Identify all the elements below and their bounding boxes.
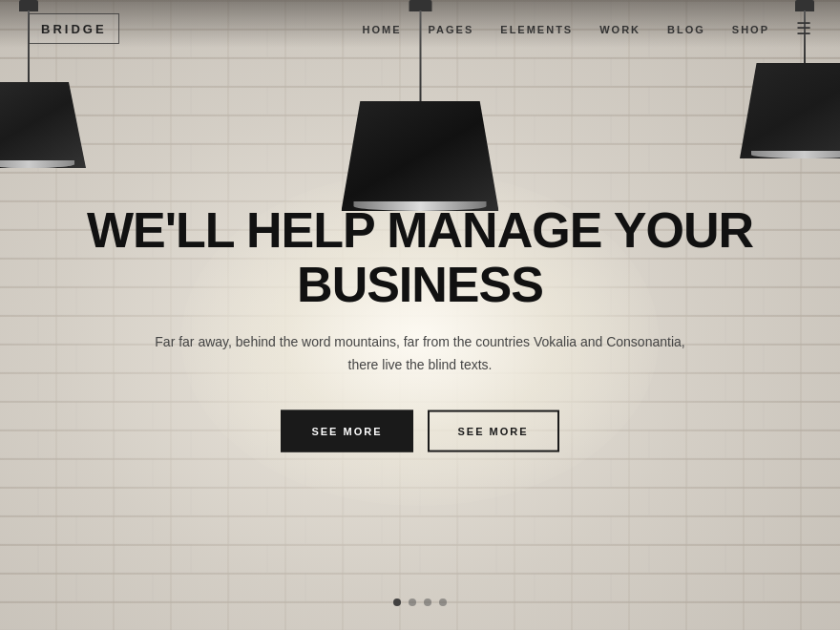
see-more-secondary-button[interactable]: SEE MorE — [428, 410, 559, 452]
hamburger-menu[interactable]: ☰ — [796, 18, 811, 39]
slide-dot-4[interactable] — [439, 598, 447, 606]
lamp-left-shade — [0, 82, 86, 168]
nav-link-shop[interactable]: SHOP — [732, 24, 769, 35]
nav-link-home[interactable]: HOME — [363, 24, 402, 35]
hero-content: WE'LL HELP MANAGE YOUR BUSINESS Far far … — [38, 203, 802, 452]
see-more-primary-button[interactable]: SEE MORE — [281, 410, 412, 452]
lamp-center-shade-inner — [342, 101, 499, 211]
slide-dot-3[interactable] — [424, 598, 431, 606]
hero-title: WE'LL HELP MANAGE YOUR BUSINESS — [38, 203, 802, 312]
nav-link-work[interactable]: WORK — [599, 24, 640, 35]
nav-item-elements[interactable]: ELEMENTS — [500, 20, 573, 37]
nav-link-pages[interactable]: PAGES — [429, 24, 474, 35]
nav-item-blog[interactable]: BLOG — [667, 20, 705, 37]
nav-item-shop[interactable]: SHOP — [732, 20, 769, 37]
nav-links: HOME PAGES ELEMENTS WORK BLOG SHOP ☰ — [363, 18, 811, 39]
logo[interactable]: BRIDGE — [29, 13, 119, 44]
hero-section: BRIDGE HOME PAGES ELEMENTS WORK BLOG SHO… — [0, 0, 840, 630]
lamp-left-shade-inner — [0, 82, 86, 168]
lamp-center-shade — [342, 101, 499, 211]
nav-item-home[interactable]: HOME — [363, 20, 402, 37]
slide-dot-1[interactable] — [393, 598, 401, 606]
nav-item-pages[interactable]: PAGES — [429, 20, 474, 37]
logo-text: BRIDGE — [41, 22, 107, 36]
navigation: BRIDGE HOME PAGES ELEMENTS WORK BLOG SHO… — [0, 0, 840, 57]
slide-dots — [393, 598, 447, 606]
slide-dot-2[interactable] — [409, 598, 416, 606]
hamburger-icon[interactable]: ☰ — [796, 19, 811, 38]
lamp-right-shade-inner — [740, 63, 840, 158]
hero-buttons: SEE MORE SEE MorE — [38, 410, 802, 452]
nav-link-blog[interactable]: BLOG — [667, 24, 705, 35]
hero-subtitle: Far far away, behind the word mountains,… — [143, 331, 697, 377]
nav-item-work[interactable]: WORK — [599, 20, 640, 37]
nav-link-elements[interactable]: ELEMENTS — [500, 24, 573, 35]
lamp-right-shade — [740, 63, 840, 158]
